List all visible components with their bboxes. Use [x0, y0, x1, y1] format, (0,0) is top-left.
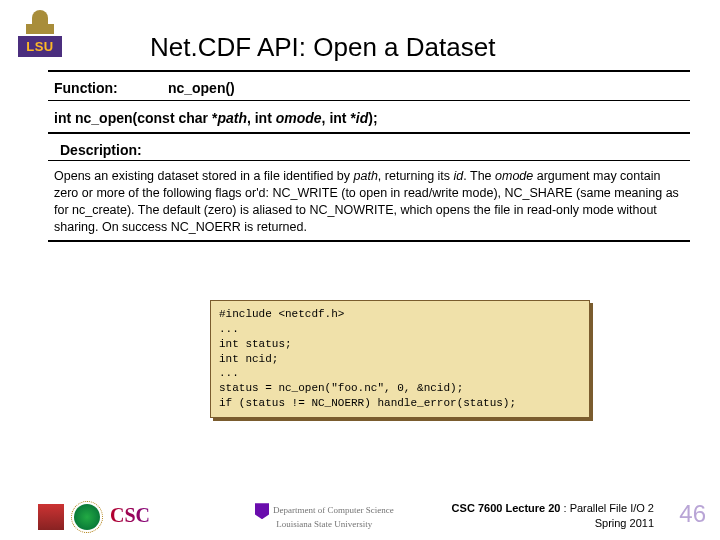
- sig-return: int: [54, 110, 71, 126]
- sig-sep2: , int *: [322, 110, 356, 126]
- desc-t1: Opens an existing dataset stored in a fi…: [54, 169, 354, 183]
- lsu-logo: LSU: [18, 10, 62, 60]
- function-signature: int nc_open(const char *path, int omode,…: [54, 110, 378, 126]
- desc-t3: . The: [463, 169, 495, 183]
- description-body: Opens an existing dataset stored in a fi…: [54, 168, 686, 236]
- footer: CSC Department of Computer Science Louis…: [0, 488, 720, 540]
- slide-title: Net.CDF API: Open a Dataset: [150, 32, 495, 63]
- dept-line1: Department of Computer Science: [273, 505, 394, 515]
- sig-param-id: id: [356, 110, 368, 126]
- rule-3: [48, 160, 690, 161]
- sig-param-omode: omode: [276, 110, 322, 126]
- title-rule: [48, 70, 690, 72]
- rule-1: [48, 100, 690, 101]
- code-example-wrap: #include <netcdf.h> ... int status; int …: [210, 300, 590, 418]
- desc-path: path: [354, 169, 378, 183]
- lsu-dome-icon: [18, 10, 62, 36]
- term: Spring 2011: [595, 517, 654, 529]
- lsu-logo-text: LSU: [18, 36, 62, 57]
- footer-logos: CSC: [38, 504, 170, 530]
- desc-t2: , returning its: [378, 169, 454, 183]
- lecture-topic: : Parallel File I/O 2: [564, 502, 654, 514]
- lecture-info: CSC 7600 Lecture 20 : Parallel File I/O …: [452, 501, 654, 530]
- sig-sep1: , int: [247, 110, 276, 126]
- dept-line2: Louisiana State University: [276, 519, 372, 529]
- csc-logo: CSC: [110, 504, 170, 530]
- rule-4: [48, 240, 690, 242]
- description-label: Description:: [60, 142, 142, 158]
- nsf-logo-icon: [74, 504, 100, 530]
- function-row: Function: nc_open(): [54, 80, 690, 96]
- sig-param-path: path: [217, 110, 247, 126]
- page-number: 46: [679, 500, 706, 528]
- course-code: CSC 7600: [452, 502, 503, 514]
- desc-omode: omode: [495, 169, 533, 183]
- department-label: Department of Computer Science Louisiana…: [255, 503, 394, 530]
- desc-id: id: [454, 169, 464, 183]
- sig-name: nc_open(const char *: [75, 110, 217, 126]
- sig-end: );: [368, 110, 377, 126]
- function-name: nc_open(): [168, 80, 235, 96]
- lecture-number: Lecture 20: [502, 502, 563, 514]
- cct-logo-icon: [38, 504, 64, 530]
- function-label: Function:: [54, 80, 164, 96]
- shield-icon: [255, 503, 269, 519]
- code-example: #include <netcdf.h> ... int status; int …: [210, 300, 590, 418]
- rule-2: [48, 132, 690, 134]
